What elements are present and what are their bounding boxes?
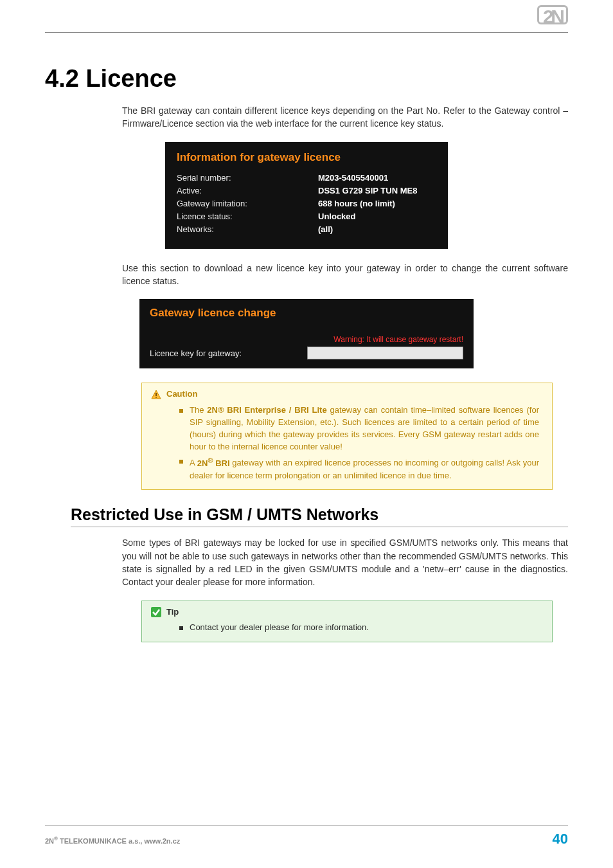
page-footer: 2N® TELEKOMUNIKACE a.s., www.2n.cz 40 xyxy=(45,825,568,847)
paragraph-2: Use this section to download a new licen… xyxy=(122,262,568,288)
info-row: Licence status: Unlocked xyxy=(177,212,436,221)
info-value: 688 hours (no limit) xyxy=(318,199,436,208)
info-label: Serial number: xyxy=(177,173,318,183)
logo-2n-icon xyxy=(537,5,568,24)
info-row: Gateway limitation: 688 hours (no limit) xyxy=(177,199,436,208)
svg-rect-3 xyxy=(151,607,161,617)
paragraph-3: Some types of BRI gateways may be locked… xyxy=(122,536,568,588)
info-value: M203-5405540001 xyxy=(318,173,436,183)
warning-icon xyxy=(151,390,161,400)
check-icon xyxy=(151,607,161,617)
info-row: Networks: (all) xyxy=(177,224,436,234)
info-label: Networks: xyxy=(177,224,318,234)
intro-paragraph: The BRI gateway can contain different li… xyxy=(122,104,568,131)
licence-key-row: Licence key for gateway: xyxy=(150,347,463,359)
info-value: (all) xyxy=(318,224,436,234)
info-label: Gateway limitation: xyxy=(177,199,318,208)
caution-item-2: A 2N® BRI gateway with an expired licenc… xyxy=(179,455,539,482)
info-value: Unlocked xyxy=(318,212,436,221)
footer-left: 2N® TELEKOMUNIKACE a.s., www.2n.cz xyxy=(45,836,180,845)
licence-key-input[interactable] xyxy=(307,347,463,359)
header-rule xyxy=(45,32,568,33)
licence-info-panel: Information for gateway licence Serial n… xyxy=(165,142,448,249)
page-title: 4.2 Licence xyxy=(45,65,568,93)
licence-key-label: Licence key for gateway: xyxy=(150,348,307,358)
caution-callout: Caution The 2N® BRI Enterprise / BRI Lit… xyxy=(141,383,553,490)
brand-logo xyxy=(537,5,568,24)
info-label: Active: xyxy=(177,186,318,195)
licence-change-panel: Gateway licence change Warning: It will … xyxy=(139,299,474,368)
info-row: Serial number: M203-5405540001 xyxy=(177,173,436,183)
caution-title: Caution xyxy=(166,388,197,401)
restart-warning: Warning: It will cause gateway restart! xyxy=(150,335,463,344)
info-value: DSS1 G729 SIP TUN ME8 xyxy=(318,186,436,195)
page-number: 40 xyxy=(553,831,568,847)
svg-rect-1 xyxy=(155,393,157,396)
info-row: Active: DSS1 G729 SIP TUN ME8 xyxy=(177,186,436,195)
tip-title: Tip xyxy=(166,606,179,619)
tip-item-1: Contact your dealer please for more info… xyxy=(179,622,539,634)
info-label: Licence status: xyxy=(177,212,318,221)
subsection-title: Restricted Use in GSM / UMTS Networks xyxy=(71,505,568,527)
caution-item-1: The 2N® BRI Enterprise / BRI Lite gatewa… xyxy=(179,404,539,453)
svg-rect-2 xyxy=(155,397,157,398)
licence-info-title: Information for gateway licence xyxy=(177,151,436,164)
licence-change-title: Gateway licence change xyxy=(150,307,463,320)
tip-callout: Tip Contact your dealer please for more … xyxy=(141,601,553,643)
